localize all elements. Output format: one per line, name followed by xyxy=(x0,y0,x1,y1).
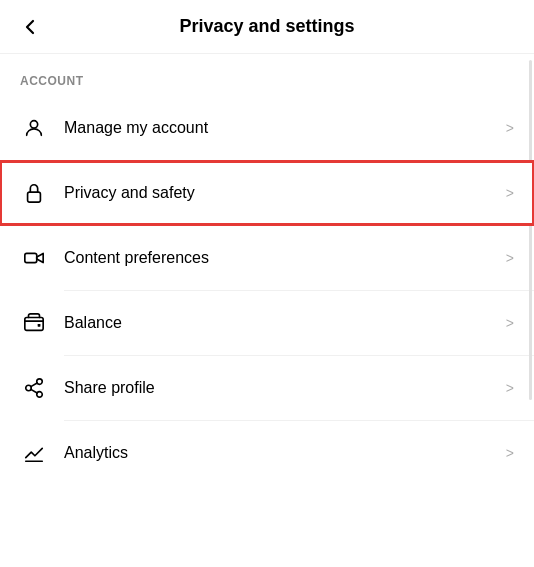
menu-item-label: Analytics xyxy=(64,444,506,462)
svg-line-10 xyxy=(31,383,37,387)
menu-item-label: Share profile xyxy=(64,379,506,397)
menu-item-share-profile[interactable]: Share profile > xyxy=(0,356,534,420)
back-button[interactable] xyxy=(16,13,44,41)
menu-item-balance[interactable]: Balance > xyxy=(0,291,534,355)
menu-item-label: Content preferences xyxy=(64,249,506,267)
menu-item-privacy-safety[interactable]: Privacy and safety > xyxy=(0,161,534,225)
share-icon xyxy=(20,374,48,402)
menu-item-label: Manage my account xyxy=(64,119,506,137)
person-icon xyxy=(20,114,48,142)
chevron-right-icon: > xyxy=(506,120,514,136)
scrollbar[interactable] xyxy=(529,60,532,400)
svg-marker-3 xyxy=(37,253,43,262)
chevron-right-icon: > xyxy=(506,315,514,331)
svg-rect-2 xyxy=(25,253,37,262)
menu-list: Manage my account > Privacy and safety >… xyxy=(0,96,534,485)
chart-icon xyxy=(20,439,48,467)
video-icon xyxy=(20,244,48,272)
svg-rect-1 xyxy=(28,192,41,202)
wallet-icon xyxy=(20,309,48,337)
svg-line-9 xyxy=(31,389,37,393)
chevron-right-icon: > xyxy=(506,250,514,266)
menu-item-analytics[interactable]: Analytics > xyxy=(0,421,534,485)
svg-point-0 xyxy=(30,121,37,128)
svg-rect-4 xyxy=(25,318,43,331)
page-title: Privacy and settings xyxy=(179,16,354,37)
section-label: ACCOUNT xyxy=(0,54,534,96)
header: Privacy and settings xyxy=(0,0,534,54)
chevron-right-icon: > xyxy=(506,445,514,461)
menu-item-label: Privacy and safety xyxy=(64,184,506,202)
menu-item-content-preferences[interactable]: Content preferences > xyxy=(0,226,534,290)
menu-item-label: Balance xyxy=(64,314,506,332)
svg-rect-5 xyxy=(38,324,41,327)
chevron-right-icon: > xyxy=(506,185,514,201)
lock-icon xyxy=(20,179,48,207)
menu-item-manage-account[interactable]: Manage my account > xyxy=(0,96,534,160)
chevron-right-icon: > xyxy=(506,380,514,396)
